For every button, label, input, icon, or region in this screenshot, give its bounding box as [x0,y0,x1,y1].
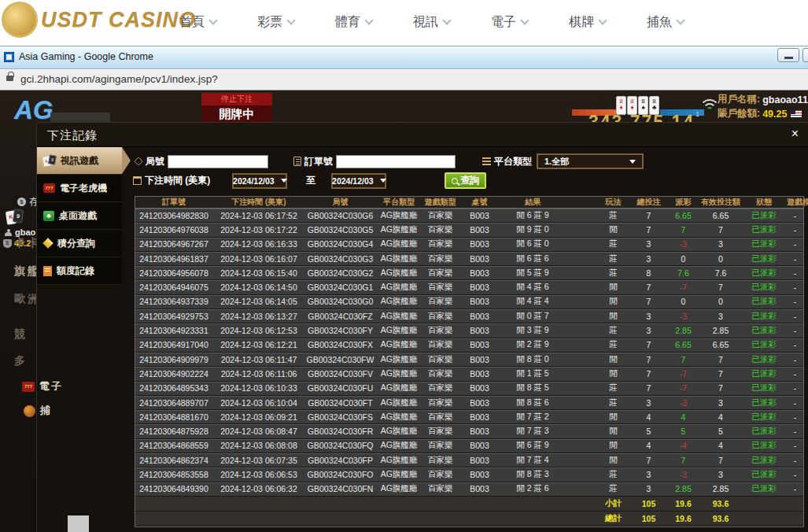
cell-mode: - [787,383,803,393]
url-text[interactable]: gci.2hhapi.com/agingame/pcv1/index.jsp? [20,73,218,85]
nav-item-lottery[interactable]: 彩票 [257,14,294,31]
nav-item-home[interactable]: 首頁 [179,14,216,31]
cell-game: 百家樂 [422,483,458,494]
browser-favicon-icon [4,52,14,62]
cell-status: 已派彩 [741,455,787,466]
cell-status: 已派彩 [741,268,787,279]
menu-fishing[interactable]: 捕 [24,404,52,418]
nav-item-cards[interactable]: 棋牌 [569,14,606,31]
dropdown-arrow-icon [629,160,636,164]
minimize-button[interactable] [777,48,799,62]
cell-bet: 8 [631,268,666,278]
cell-table: B003 [458,412,501,422]
cell-playtype: 閒 [596,368,631,379]
cell-time: 2024-12-03 06:10:33 [212,383,305,393]
cell-table: B003 [458,283,501,292]
close-icon[interactable]: × [791,127,799,140]
cell-status: 已派彩 [741,368,787,379]
cell-playtype: 閒 [596,412,631,423]
nav-item-live[interactable]: 視訊 [413,14,450,31]
table-row: 2412030648759282024-12-03 06:08:47GB0032… [135,424,803,438]
table-header-row: 訂單號 下注時間 (美東) 局號 平台類型 遊戲類型 桌號 結果 玩法 總投注 … [135,197,803,209]
cell-bet: 7 [631,456,666,465]
cell-result: 閒 2 莊 9 [501,339,564,350]
cell-platform: AG旗艦廳 [375,397,422,408]
cell-status: 已派彩 [741,311,787,322]
cell-round: GB00324C030FT [305,398,375,408]
site-logo[interactable]: USDT CASINO [2,2,196,38]
sidebar-item-slots[interactable]: 777 電子老虎機 [37,175,122,202]
slot-machine-icon: 777 [43,183,55,193]
sidebar-item-video-games[interactable]: K9 視訊遊戲 [37,147,122,175]
table-row: 2412030649099792024-12-03 06:11:47GB0032… [135,353,803,367]
cell-time: 2024-12-03 06:14:50 [212,283,305,292]
cell-table: B003 [458,369,501,379]
date-from-select[interactable]: 2024/12/03 [232,173,287,189]
cell-game: 百家樂 [422,296,458,307]
nav-item-fishing[interactable]: 捕魚 [647,14,684,31]
cell-round: GB00324C030FQ [305,441,375,450]
menu-electronic-games[interactable]: 777 電子 [22,379,63,393]
cell-payout: -3 [666,470,700,479]
cell-round: GB00324C030FW [305,355,375,364]
cell-time: 2024-12-03 06:07:35 [212,456,305,465]
cell-valid: 2.85 [700,326,741,335]
cell-order: 241203064889707 [135,398,212,408]
cell-mode: - [787,340,803,349]
sidebar-item-points-query[interactable]: 積分查詢 [37,230,122,257]
cell-round: GB00324C030G4 [305,239,375,249]
table-row: 2412030648623742024-12-03 06:07:35GB0032… [135,453,803,467]
cell-result: 閒 8 莊 6 [501,397,564,408]
cell-bet: 4 [631,441,666,450]
sidebar-item-quota-records[interactable]: 額度記錄 [37,257,122,285]
cell-order: 241203064976038 [135,225,212,235]
round-input[interactable] [168,155,268,168]
cell-bet: 3 [631,326,666,335]
cell-table: B003 [458,225,501,235]
cell-platform: AG旗艦廳 [375,224,422,235]
cell-playtype: 莊 [596,469,631,480]
search-button[interactable]: 查詢 [445,172,486,189]
cell-order: 241203064868559 [135,441,212,450]
cell-mode: - [787,297,803,306]
chevron-down-icon [286,16,295,24]
cell-payout: 7 [666,456,700,465]
cell-table: B003 [458,254,501,264]
main-nav: 首頁 彩票 體育 視訊 電子 棋牌 捕魚 [179,0,684,44]
cell-time: 2024-12-03 06:17:22 [212,225,305,235]
cell-game: 百家樂 [422,382,458,393]
order-input[interactable] [336,155,456,168]
cell-payout: 7 [666,355,700,364]
hall-menu-multi[interactable]: 多 [14,354,28,368]
cell-table: B003 [458,456,501,465]
cell-status: 已派彩 [741,224,787,235]
date-to-select[interactable]: 2024/12/03 [331,173,386,189]
money-bag-icon [3,239,12,248]
username-label: 用戶名稱: [718,93,760,106]
cell-table: B003 [458,326,501,335]
platform-list-icon [482,157,491,165]
hall-menu-jingmi[interactable]: 競 [14,327,28,342]
cell-time: 2024-12-03 06:12:21 [212,340,305,349]
sidebar-item-table-games[interactable]: ♣ 桌面遊戲 [37,202,122,230]
background-scrollbar[interactable] [68,515,89,532]
cell-status: 已派彩 [741,440,787,451]
lock-icon [6,76,13,81]
maximize-button[interactable] [802,48,808,62]
cell-bet: 3 [631,239,666,249]
grand-total-row: 總計 105 19.6 93.6 [135,512,803,526]
cell-valid: 7.6 [700,268,741,278]
cell-payout: -7 [666,369,700,379]
cell-mode: - [787,239,803,249]
cell-payout: -7 [666,283,700,292]
platform-select[interactable]: 1.全部 [537,153,644,169]
cell-mode: - [787,283,803,292]
nav-item-sports[interactable]: 體育 [335,14,372,31]
cell-order: 241203064853558 [135,470,212,479]
cell-playtype: 莊 [596,253,631,264]
table-row: 2412030649560782024-12-03 06:15:40GB0032… [135,266,803,280]
balance-label: 賬戶餘額: [718,107,760,120]
nav-item-electronic[interactable]: 電子 [491,14,528,31]
cell-order: 241203064956078 [135,268,212,278]
cell-status: 已派彩 [741,253,787,264]
